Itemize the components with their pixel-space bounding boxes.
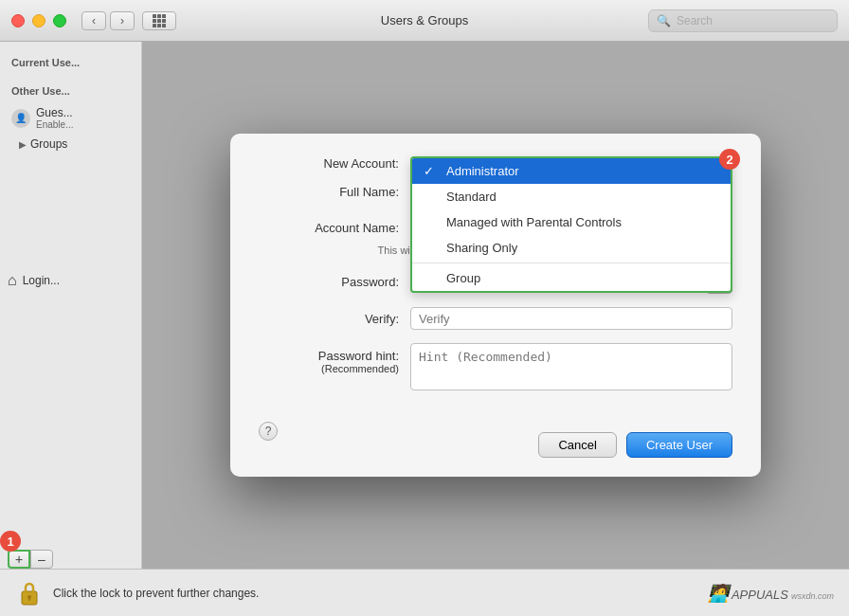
traffic-lights [11,14,66,27]
dropdown-item-group[interactable]: Group [412,265,731,291]
sidebar-item-guest[interactable]: 👤 Gues... Enable... [0,102,141,134]
nav-buttons: ‹ › [81,11,176,30]
new-account-label: New Account: [259,156,410,171]
step-2-badge: 2 [719,149,740,170]
window-title: Users & Groups [381,13,468,27]
close-button[interactable] [11,14,25,27]
add-remove-buttons: + 1 – [8,550,53,569]
account-type-dropdown[interactable]: ✓ Administrator Standard Managed with Pa… [410,156,732,293]
maximize-button[interactable] [53,14,66,27]
dialog-buttons: Cancel Create User [538,423,732,458]
content-area: New Account: ✓ Administrator Standard [142,42,849,616]
check-icon: ✓ [424,164,439,178]
guest-sublabel: Enable... [36,119,73,130]
verify-row: Verify: [259,307,732,330]
account-name-label: Account Name: [259,221,410,235]
dropdown-item-sharing[interactable]: Sharing Only [412,235,731,261]
cancel-button[interactable]: Cancel [538,432,616,458]
dropdown-item-standard[interactable]: Standard [412,184,731,209]
back-button[interactable]: ‹ [81,11,106,30]
guest-label: Gues... [36,106,73,119]
lock-text: Click the lock to prevent further change… [53,587,259,600]
create-user-button[interactable]: Create User [626,432,732,458]
dropdown-managed-label: Managed with Parental Controls [446,215,622,229]
guest-avatar: 👤 [11,109,30,128]
sidebar-groups[interactable]: ▶ Groups [0,134,141,154]
full-name-label: Full Name: [259,185,410,199]
sidebar: Current Use... Other Use... 👤 Gues... En… [0,42,142,616]
minimize-button[interactable] [32,14,45,27]
lock-svg [18,579,41,607]
titlebar: ‹ › Users & Groups 🔍 Search [0,0,849,42]
new-account-row: New Account: ✓ Administrator Standard [259,156,732,171]
dialog-footer: ? Cancel Create User [259,404,732,458]
main-area: Current Use... Other Use... 👤 Gues... En… [0,42,849,616]
svg-rect-2 [28,597,30,601]
lock-bar: Click the lock to prevent further change… [0,569,849,616]
forward-button[interactable]: › [110,11,135,30]
groups-label: Groups [30,137,67,151]
dialog-overlay: New Account: ✓ Administrator Standard [142,42,849,569]
appuals-logo: 🧑‍💻 APPUALS wsxdn.com [708,583,834,604]
step-1-badge: 1 [0,531,21,552]
password-label: Password: [259,275,410,289]
grid-icon [153,14,166,27]
dropdown-standard-label: Standard [446,190,497,204]
dropdown-item-administrator[interactable]: ✓ Administrator [412,158,731,184]
search-icon: 🔍 [657,14,671,27]
verify-label: Verify: [259,312,410,326]
dropdown-item-managed[interactable]: Managed with Parental Controls [412,209,731,235]
help-button[interactable]: ? [259,422,278,441]
hint-label: Password hint: (Recommended) [259,343,410,374]
sidebar-login[interactable]: ⌂ Login... [0,268,141,293]
hint-input[interactable] [410,343,732,390]
lock-icon[interactable] [15,576,44,610]
home-icon: ⌂ [8,272,17,289]
dropdown-sharing-label: Sharing Only [446,241,517,255]
hint-row: Password hint: (Recommended) [259,343,732,390]
search-placeholder: Search [677,14,829,27]
search-bar[interactable]: 🔍 Search [648,9,838,32]
dropdown-group-label: Group [446,271,480,285]
new-account-dialog: New Account: ✓ Administrator Standard [230,134,761,477]
login-label: Login... [23,274,60,287]
grid-button[interactable] [142,11,176,30]
chevron-right-icon: ▶ [19,139,27,150]
remove-user-button[interactable]: – [30,550,53,569]
sidebar-other-users-label: Other Use... [0,82,141,102]
sidebar-current-users-label: Current Use... [0,53,141,74]
verify-input[interactable] [410,307,732,330]
dropdown-administrator-label: Administrator [446,164,519,178]
add-user-button[interactable]: + [8,550,30,569]
dropdown-divider [412,263,731,263]
add-button-wrap: + 1 [8,550,30,569]
